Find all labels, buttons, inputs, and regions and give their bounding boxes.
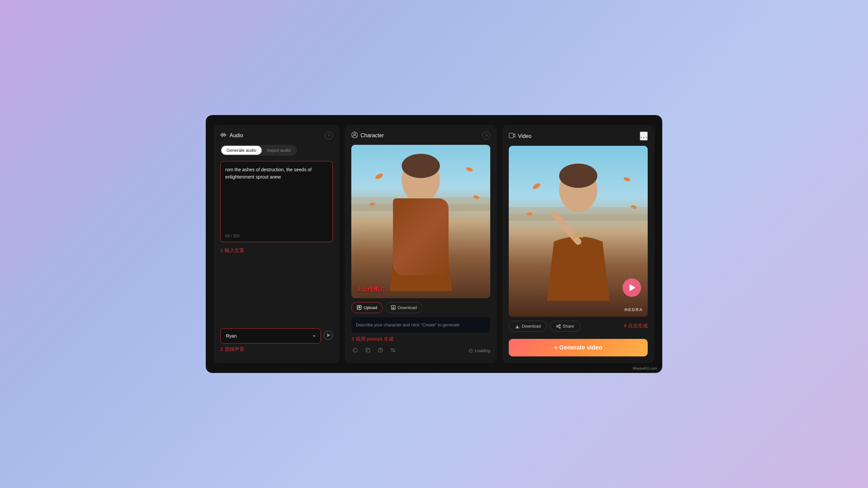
svg-point-33: [643, 137, 644, 138]
svg-point-10: [353, 133, 355, 135]
svg-point-26: [380, 351, 381, 352]
audio-panel: Audio ? Generate audio Import audio rom …: [214, 125, 339, 363]
upload-button[interactable]: Upload: [351, 302, 383, 313]
import-audio-tab[interactable]: Import audio: [262, 146, 296, 155]
video-btn-row: Download Share 4 点击生成: [509, 321, 648, 332]
voice-row: Ryan ▾: [220, 328, 333, 344]
svg-rect-6: [226, 135, 227, 135]
svg-line-49: [558, 325, 559, 326]
audio-tab-group: Generate audio Import audio: [220, 145, 297, 156]
video-icon: [509, 133, 516, 140]
voice-selected-label: Ryan: [226, 333, 237, 338]
describe-box: Describe your character and click "Creat…: [351, 317, 490, 333]
character-icon: [351, 132, 358, 139]
annotation-3b: 3 或用 prompt 生成: [351, 336, 490, 342]
character-download-btn-label: Download: [398, 305, 417, 310]
annotation-2: 2 选择声音: [220, 346, 333, 352]
video-more-button[interactable]: [640, 132, 648, 140]
video-download-button[interactable]: Download: [509, 321, 547, 332]
svg-point-30: [393, 351, 395, 352]
settings-sliders-icon[interactable]: [389, 346, 397, 355]
svg-line-50: [558, 327, 559, 327]
app-container: Audio ? Generate audio Import audio rom …: [206, 115, 662, 373]
play-triangle-icon: [629, 284, 636, 291]
chevron-down-icon: ▾: [313, 333, 315, 338]
share-button[interactable]: Share: [550, 321, 581, 332]
char-count: 68 / 300: [225, 234, 240, 238]
svg-rect-3: [223, 134, 224, 136]
duplicate-icon[interactable]: [364, 346, 372, 355]
audio-help-btn[interactable]: ?: [325, 132, 333, 139]
audio-text-wrapper: rom the ashes of destruction, the seeds …: [220, 161, 333, 242]
help-circle-icon[interactable]: [376, 346, 384, 355]
watermark-footer: WaytoAGI.com: [632, 366, 657, 370]
generate-video-label: + Generate video: [554, 344, 602, 351]
loading-indicator: Loading: [468, 348, 490, 353]
character-image: [351, 145, 490, 298]
character-panel-header: Character ?: [351, 132, 490, 139]
svg-point-34: [646, 137, 647, 138]
voice-selector[interactable]: Ryan ▾: [220, 328, 321, 344]
character-image-annotation: 3 上传图片: [356, 285, 385, 293]
character-panel: Character ?: [345, 125, 497, 363]
svg-point-32: [641, 137, 642, 138]
hedra-watermark: HEDRA: [624, 307, 643, 312]
character-btn-row: Upload Download: [351, 302, 490, 313]
video-image-container: HEDRA: [509, 146, 648, 317]
video-title-group: Video: [509, 133, 532, 140]
video-title: Video: [518, 133, 532, 139]
svg-rect-31: [509, 133, 514, 138]
svg-line-16: [397, 204, 421, 232]
svg-point-29: [391, 349, 393, 350]
svg-rect-4: [224, 133, 225, 137]
share-btn-label: Share: [563, 324, 574, 329]
svg-rect-5: [225, 134, 226, 136]
character-icon-row: [351, 346, 397, 355]
audio-title-group: Audio: [220, 132, 243, 139]
video-play-button[interactable]: [623, 279, 641, 297]
svg-rect-2: [222, 133, 223, 137]
svg-point-39: [559, 164, 597, 188]
svg-rect-24: [367, 349, 370, 352]
annotation-4: 4 点击生成: [624, 323, 648, 330]
audio-panel-header: Audio ?: [220, 132, 333, 139]
character-image-container: 3 上传图片: [351, 145, 490, 298]
video-panel-header: Video: [509, 132, 648, 140]
character-title: Character: [361, 133, 384, 138]
generate-audio-tab[interactable]: Generate audio: [221, 146, 262, 155]
audio-icon: [220, 132, 227, 139]
svg-point-15: [402, 154, 440, 178]
svg-marker-8: [327, 334, 331, 337]
upload-btn-label: Upload: [364, 305, 377, 310]
video-download-btn-label: Download: [522, 324, 541, 329]
character-title-group: Character: [351, 132, 384, 139]
svg-rect-0: [220, 134, 221, 135]
describe-text: Describe your character and click "Creat…: [356, 322, 486, 328]
refresh-icon[interactable]: [351, 346, 359, 355]
audio-text-input[interactable]: rom the ashes of destruction, the seeds …: [225, 166, 328, 203]
character-help-btn[interactable]: ?: [482, 132, 490, 139]
loading-row: Loading: [351, 345, 490, 356]
svg-rect-1: [221, 133, 222, 136]
character-download-button[interactable]: Download: [385, 302, 423, 313]
annotation-1: 1 输入文案: [220, 247, 333, 254]
svg-rect-17: [415, 225, 426, 227]
generate-video-button[interactable]: + Generate video: [509, 339, 648, 356]
svg-rect-41: [573, 235, 584, 237]
audio-title: Audio: [229, 133, 243, 138]
video-panel: Video: [502, 125, 654, 363]
loading-text: Loading: [475, 348, 490, 353]
play-audio-button[interactable]: [323, 331, 333, 341]
